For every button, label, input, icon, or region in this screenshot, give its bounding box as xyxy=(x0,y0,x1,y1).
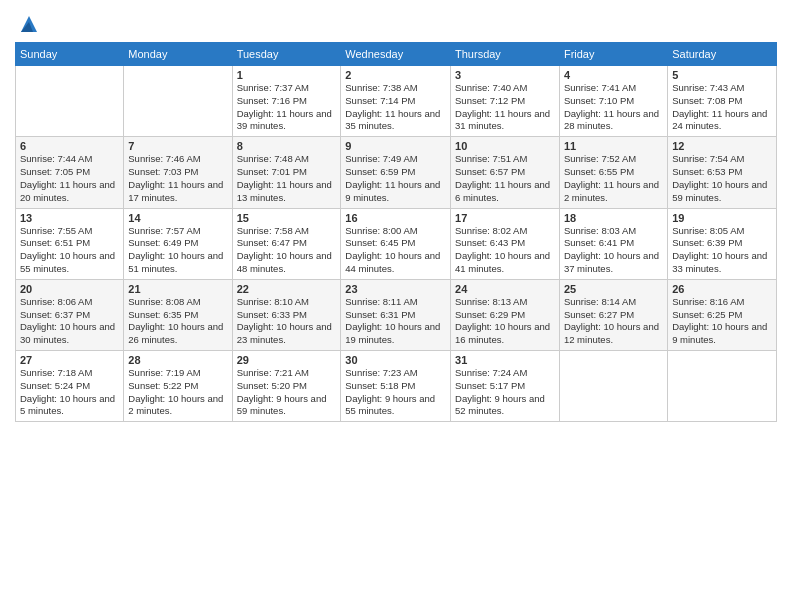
day-info: Sunrise: 7:48 AM Sunset: 7:01 PM Dayligh… xyxy=(237,153,337,204)
day-info: Sunrise: 7:54 AM Sunset: 6:53 PM Dayligh… xyxy=(672,153,772,204)
day-number: 14 xyxy=(128,212,227,224)
calendar-cell: 31Sunrise: 7:24 AM Sunset: 5:17 PM Dayli… xyxy=(451,351,560,422)
day-header-friday: Friday xyxy=(559,43,667,66)
calendar-cell: 19Sunrise: 8:05 AM Sunset: 6:39 PM Dayli… xyxy=(668,208,777,279)
calendar-table: SundayMondayTuesdayWednesdayThursdayFrid… xyxy=(15,42,777,422)
week-row-4: 20Sunrise: 8:06 AM Sunset: 6:37 PM Dayli… xyxy=(16,279,777,350)
day-number: 30 xyxy=(345,354,446,366)
day-number: 26 xyxy=(672,283,772,295)
calendar-cell: 3Sunrise: 7:40 AM Sunset: 7:12 PM Daylig… xyxy=(451,66,560,137)
day-info: Sunrise: 7:18 AM Sunset: 5:24 PM Dayligh… xyxy=(20,367,119,418)
calendar-cell: 22Sunrise: 8:10 AM Sunset: 6:33 PM Dayli… xyxy=(232,279,341,350)
week-row-2: 6Sunrise: 7:44 AM Sunset: 7:05 PM Daylig… xyxy=(16,137,777,208)
calendar-header-row: SundayMondayTuesdayWednesdayThursdayFrid… xyxy=(16,43,777,66)
calendar-cell: 25Sunrise: 8:14 AM Sunset: 6:27 PM Dayli… xyxy=(559,279,667,350)
day-info: Sunrise: 8:00 AM Sunset: 6:45 PM Dayligh… xyxy=(345,225,446,276)
calendar-cell: 26Sunrise: 8:16 AM Sunset: 6:25 PM Dayli… xyxy=(668,279,777,350)
day-number: 28 xyxy=(128,354,227,366)
day-number: 29 xyxy=(237,354,337,366)
calendar-cell: 12Sunrise: 7:54 AM Sunset: 6:53 PM Dayli… xyxy=(668,137,777,208)
calendar-cell: 13Sunrise: 7:55 AM Sunset: 6:51 PM Dayli… xyxy=(16,208,124,279)
day-info: Sunrise: 8:13 AM Sunset: 6:29 PM Dayligh… xyxy=(455,296,555,347)
day-number: 12 xyxy=(672,140,772,152)
day-info: Sunrise: 7:55 AM Sunset: 6:51 PM Dayligh… xyxy=(20,225,119,276)
calendar-cell: 16Sunrise: 8:00 AM Sunset: 6:45 PM Dayli… xyxy=(341,208,451,279)
calendar-cell xyxy=(668,351,777,422)
calendar-cell: 17Sunrise: 8:02 AM Sunset: 6:43 PM Dayli… xyxy=(451,208,560,279)
calendar-cell: 23Sunrise: 8:11 AM Sunset: 6:31 PM Dayli… xyxy=(341,279,451,350)
day-number: 10 xyxy=(455,140,555,152)
calendar-cell: 15Sunrise: 7:58 AM Sunset: 6:47 PM Dayli… xyxy=(232,208,341,279)
day-number: 21 xyxy=(128,283,227,295)
calendar-cell: 5Sunrise: 7:43 AM Sunset: 7:08 PM Daylig… xyxy=(668,66,777,137)
day-info: Sunrise: 7:37 AM Sunset: 7:16 PM Dayligh… xyxy=(237,82,337,133)
day-info: Sunrise: 7:58 AM Sunset: 6:47 PM Dayligh… xyxy=(237,225,337,276)
day-info: Sunrise: 7:40 AM Sunset: 7:12 PM Dayligh… xyxy=(455,82,555,133)
calendar-cell: 21Sunrise: 8:08 AM Sunset: 6:35 PM Dayli… xyxy=(124,279,232,350)
day-number: 2 xyxy=(345,69,446,81)
day-number: 23 xyxy=(345,283,446,295)
day-number: 13 xyxy=(20,212,119,224)
calendar-cell: 4Sunrise: 7:41 AM Sunset: 7:10 PM Daylig… xyxy=(559,66,667,137)
day-number: 20 xyxy=(20,283,119,295)
calendar-cell: 20Sunrise: 8:06 AM Sunset: 6:37 PM Dayli… xyxy=(16,279,124,350)
day-number: 17 xyxy=(455,212,555,224)
day-info: Sunrise: 8:14 AM Sunset: 6:27 PM Dayligh… xyxy=(564,296,663,347)
calendar-cell: 27Sunrise: 7:18 AM Sunset: 5:24 PM Dayli… xyxy=(16,351,124,422)
day-info: Sunrise: 7:46 AM Sunset: 7:03 PM Dayligh… xyxy=(128,153,227,204)
calendar-cell xyxy=(124,66,232,137)
day-number: 11 xyxy=(564,140,663,152)
day-number: 4 xyxy=(564,69,663,81)
day-info: Sunrise: 7:19 AM Sunset: 5:22 PM Dayligh… xyxy=(128,367,227,418)
day-info: Sunrise: 8:11 AM Sunset: 6:31 PM Dayligh… xyxy=(345,296,446,347)
logo-icon xyxy=(19,14,39,34)
day-info: Sunrise: 7:44 AM Sunset: 7:05 PM Dayligh… xyxy=(20,153,119,204)
calendar-cell: 30Sunrise: 7:23 AM Sunset: 5:18 PM Dayli… xyxy=(341,351,451,422)
day-number: 25 xyxy=(564,283,663,295)
calendar-cell: 28Sunrise: 7:19 AM Sunset: 5:22 PM Dayli… xyxy=(124,351,232,422)
day-info: Sunrise: 7:41 AM Sunset: 7:10 PM Dayligh… xyxy=(564,82,663,133)
day-number: 3 xyxy=(455,69,555,81)
day-info: Sunrise: 8:16 AM Sunset: 6:25 PM Dayligh… xyxy=(672,296,772,347)
day-number: 7 xyxy=(128,140,227,152)
day-info: Sunrise: 7:57 AM Sunset: 6:49 PM Dayligh… xyxy=(128,225,227,276)
calendar-cell: 9Sunrise: 7:49 AM Sunset: 6:59 PM Daylig… xyxy=(341,137,451,208)
day-info: Sunrise: 8:05 AM Sunset: 6:39 PM Dayligh… xyxy=(672,225,772,276)
calendar-cell xyxy=(559,351,667,422)
day-info: Sunrise: 8:03 AM Sunset: 6:41 PM Dayligh… xyxy=(564,225,663,276)
calendar-cell: 24Sunrise: 8:13 AM Sunset: 6:29 PM Dayli… xyxy=(451,279,560,350)
calendar-cell: 6Sunrise: 7:44 AM Sunset: 7:05 PM Daylig… xyxy=(16,137,124,208)
day-header-sunday: Sunday xyxy=(16,43,124,66)
week-row-5: 27Sunrise: 7:18 AM Sunset: 5:24 PM Dayli… xyxy=(16,351,777,422)
calendar-cell: 2Sunrise: 7:38 AM Sunset: 7:14 PM Daylig… xyxy=(341,66,451,137)
calendar-cell: 8Sunrise: 7:48 AM Sunset: 7:01 PM Daylig… xyxy=(232,137,341,208)
day-number: 15 xyxy=(237,212,337,224)
day-info: Sunrise: 8:08 AM Sunset: 6:35 PM Dayligh… xyxy=(128,296,227,347)
day-number: 8 xyxy=(237,140,337,152)
day-info: Sunrise: 7:21 AM Sunset: 5:20 PM Dayligh… xyxy=(237,367,337,418)
day-info: Sunrise: 7:43 AM Sunset: 7:08 PM Dayligh… xyxy=(672,82,772,133)
day-info: Sunrise: 7:49 AM Sunset: 6:59 PM Dayligh… xyxy=(345,153,446,204)
day-number: 16 xyxy=(345,212,446,224)
day-number: 27 xyxy=(20,354,119,366)
day-header-tuesday: Tuesday xyxy=(232,43,341,66)
calendar-cell: 7Sunrise: 7:46 AM Sunset: 7:03 PM Daylig… xyxy=(124,137,232,208)
day-number: 1 xyxy=(237,69,337,81)
day-number: 9 xyxy=(345,140,446,152)
calendar-cell: 11Sunrise: 7:52 AM Sunset: 6:55 PM Dayli… xyxy=(559,137,667,208)
calendar-cell xyxy=(16,66,124,137)
logo xyxy=(15,14,39,34)
day-info: Sunrise: 7:52 AM Sunset: 6:55 PM Dayligh… xyxy=(564,153,663,204)
day-info: Sunrise: 8:02 AM Sunset: 6:43 PM Dayligh… xyxy=(455,225,555,276)
page-header xyxy=(15,10,777,34)
day-info: Sunrise: 7:23 AM Sunset: 5:18 PM Dayligh… xyxy=(345,367,446,418)
calendar-cell: 1Sunrise: 7:37 AM Sunset: 7:16 PM Daylig… xyxy=(232,66,341,137)
week-row-3: 13Sunrise: 7:55 AM Sunset: 6:51 PM Dayli… xyxy=(16,208,777,279)
day-header-thursday: Thursday xyxy=(451,43,560,66)
calendar-cell: 14Sunrise: 7:57 AM Sunset: 6:49 PM Dayli… xyxy=(124,208,232,279)
day-number: 18 xyxy=(564,212,663,224)
day-info: Sunrise: 8:06 AM Sunset: 6:37 PM Dayligh… xyxy=(20,296,119,347)
day-header-saturday: Saturday xyxy=(668,43,777,66)
day-number: 5 xyxy=(672,69,772,81)
day-info: Sunrise: 7:51 AM Sunset: 6:57 PM Dayligh… xyxy=(455,153,555,204)
